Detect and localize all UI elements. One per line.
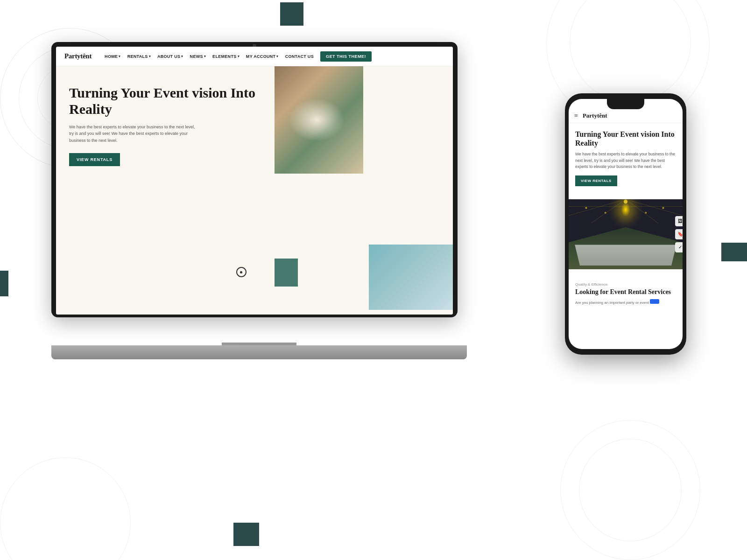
laptop-hero-title: Turning Your Event vision Into Reality	[69, 85, 261, 117]
laptop-nav-account[interactable]: MY ACCOUNT ▾	[246, 54, 279, 59]
phone-bookmark-icon[interactable]: 🔖	[675, 229, 683, 239]
tent-photo	[569, 199, 683, 269]
laptop-table-setting-image	[275, 66, 363, 174]
chevron-down-icon: ▾	[204, 55, 206, 58]
tent-lights-svg	[569, 199, 683, 238]
laptop-nav-contact-label: CONTACT US	[285, 54, 314, 59]
decorative-square-bottom	[233, 523, 259, 546]
svg-point-9	[645, 212, 647, 214]
scroll-dot	[240, 271, 242, 273]
phone-frame: ≡ Partytênt Turning Your Event vision In…	[565, 93, 686, 355]
phone-share-icon[interactable]: 🖼	[675, 216, 683, 226]
chevron-down-icon: ▾	[181, 55, 183, 58]
laptop-nav-news-label: NEWS	[190, 54, 203, 59]
laptop-hero-description: We have the best experts to elevate your…	[69, 124, 200, 144]
phone-hero-description: We have the best experts to elevate your…	[575, 151, 676, 170]
laptop-get-theme-button[interactable]: GET THIS THEME!	[320, 51, 372, 62]
phone-hero-content: Turning Your Event vision Into Reality W…	[569, 123, 683, 199]
laptop-base	[51, 345, 467, 359]
bg-circle-bottom-right-2	[579, 439, 682, 541]
laptop-view-rentals-button[interactable]: VIEW RENTALS	[69, 153, 120, 166]
phone-quality-section: Quality & Efficience Looking for Event R…	[569, 276, 683, 312]
laptop-nav-elements[interactable]: ELEMENTS ▾	[212, 54, 240, 59]
party-table-photo	[369, 245, 453, 310]
laptop-party-image	[369, 245, 453, 310]
tent-chairs-decor	[575, 245, 677, 266]
phone-section-desc-text: Are you planning an important party or e…	[575, 301, 649, 305]
chevron-down-icon: ▾	[276, 55, 278, 58]
phone-section-description: Are you planning an important party or e…	[575, 299, 676, 306]
laptop-nav-account-label: MY ACCOUNT	[246, 54, 276, 59]
svg-point-5	[624, 200, 627, 203]
laptop-nav-news[interactable]: NEWS ▾	[190, 54, 206, 59]
phone-section-title: Looking for Event Rental Services	[575, 288, 676, 296]
laptop-hero-content: Turning Your Event vision Into Reality W…	[56, 66, 275, 315]
phone-hero-title: Turning Your Event vision Into Reality	[575, 130, 676, 147]
laptop-screen-frame: Partytênt HOME ▾ RENTALS ▾ ABOUT US ▾	[51, 42, 458, 317]
laptop-nav-elements-label: ELEMENTS	[212, 54, 236, 59]
svg-point-8	[605, 212, 606, 214]
decorative-square-right	[721, 243, 747, 261]
phone-tent-image: 🖼 🔖 ✓	[569, 199, 683, 269]
phone-sidebar-actions: 🖼 🔖 ✓	[675, 216, 683, 252]
laptop-nav-links: HOME ▾ RENTALS ▾ ABOUT US ▾ NEWS ▾	[105, 51, 444, 62]
decorative-square-top	[280, 2, 303, 26]
decorative-square-left	[0, 271, 8, 296]
chevron-down-icon: ▾	[119, 55, 120, 58]
chevron-down-icon: ▾	[149, 55, 151, 58]
laptop-screen: Partytênt HOME ▾ RENTALS ▾ ABOUT US ▾	[56, 47, 453, 315]
svg-line-2	[626, 199, 683, 216]
phone-device: ≡ Partytênt Turning Your Event vision In…	[565, 93, 686, 355]
phone-view-rentals-button[interactable]: VIEW RENTALS	[575, 175, 617, 186]
phone-screen: ≡ Partytênt Turning Your Event vision In…	[569, 99, 683, 349]
table-setting-photo	[275, 66, 363, 174]
hamburger-icon[interactable]: ≡	[574, 112, 578, 119]
laptop-navbar: Partytênt HOME ▾ RENTALS ▾ ABOUT US ▾	[56, 47, 453, 66]
laptop-nav-rentals[interactable]: RENTALS ▾	[127, 54, 151, 59]
svg-line-3	[591, 199, 626, 224]
svg-line-1	[569, 199, 626, 216]
svg-point-6	[585, 207, 587, 209]
laptop-nav-rentals-label: RENTALS	[127, 54, 148, 59]
laptop-nav-home[interactable]: HOME ▾	[105, 54, 121, 59]
laptop-hero-images	[275, 66, 453, 315]
laptop-nav-contact[interactable]: CONTACT US	[285, 54, 314, 59]
laptop-nav-home-label: HOME	[105, 54, 118, 59]
laptop-site-logo: Partytênt	[64, 52, 92, 60]
phone-notch	[607, 99, 644, 109]
phone-check-icon[interactable]: ✓	[675, 242, 683, 252]
bg-circle-bottom-left	[0, 457, 131, 560]
chevron-down-icon: ▾	[238, 55, 240, 58]
svg-point-7	[662, 207, 664, 209]
svg-line-4	[626, 199, 658, 224]
laptop-nav-about[interactable]: ABOUT US ▾	[157, 54, 183, 59]
truncation-indicator	[650, 299, 659, 304]
phone-site-logo: Partytênt	[583, 112, 607, 119]
laptop-device: Partytênt HOME ▾ RENTALS ▾ ABOUT US ▾	[51, 42, 467, 359]
phone-quality-label: Quality & Efficience	[575, 282, 676, 287]
laptop-nav-about-label: ABOUT US	[157, 54, 180, 59]
laptop-hero-section: Turning Your Event vision Into Reality W…	[56, 66, 453, 315]
scroll-indicator	[236, 267, 247, 277]
laptop-teal-square	[275, 259, 298, 287]
